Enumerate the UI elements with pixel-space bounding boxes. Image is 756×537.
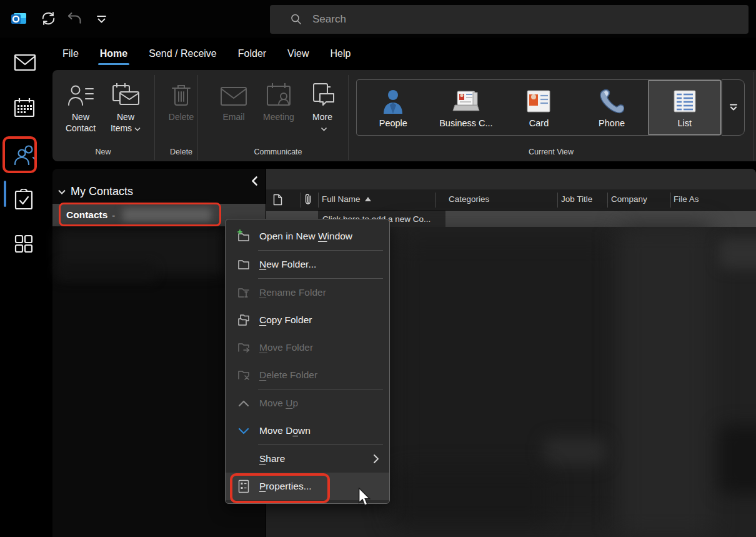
menu-item-open-in-new-window[interactable]: Open in New Window: [226, 223, 389, 250]
list-view-icon: [673, 86, 697, 117]
tab-file[interactable]: File: [62, 48, 79, 59]
column-header-job-title[interactable]: Job Title: [561, 194, 592, 204]
new-items-button[interactable]: New Items: [105, 75, 146, 148]
column-header-company[interactable]: Company: [611, 194, 647, 204]
undo-icon[interactable]: [66, 10, 83, 27]
current-view-gallery: People Business C...: [356, 79, 722, 136]
column-divider[interactable]: [607, 193, 608, 208]
folder-plus-icon: [236, 229, 252, 243]
title-bar: [0, 0, 756, 38]
sidebar-item-apps[interactable]: [14, 234, 34, 254]
send-receive-sync-icon[interactable]: [40, 10, 57, 27]
business-card-view-icon: [452, 86, 480, 117]
view-business-card[interactable]: Business C...: [430, 80, 503, 135]
list-pane-top-strip: [266, 169, 756, 189]
folder-delete-icon: [236, 368, 252, 382]
contacts-table-header: Full Name Categories Job Title Company F…: [266, 189, 756, 211]
my-contacts-group[interactable]: My Contacts: [57, 185, 133, 198]
ribbon-tab-bar: File Home Send / Receive Folder View Hel…: [49, 38, 756, 70]
view-people[interactable]: People: [357, 80, 430, 135]
menu-item-rename-folder[interactable]: Rename Folder: [226, 279, 389, 306]
menu-item-new-folder[interactable]: New Folder...: [226, 251, 389, 278]
chevron-down-icon: [236, 428, 252, 434]
column-header-categories[interactable]: Categories: [449, 194, 489, 204]
mouse-cursor: [357, 488, 371, 506]
redacted-contact-rows: [619, 225, 712, 537]
sidebar-active-indicator: [4, 181, 6, 207]
gallery-more-button[interactable]: [722, 79, 745, 136]
icon-column-header[interactable]: [273, 194, 282, 206]
quick-access-toolbar-chevron-icon[interactable]: [96, 14, 107, 24]
search-input[interactable]: [312, 13, 687, 26]
outlook-logo-icon: [10, 9, 27, 27]
column-divider[interactable]: [435, 193, 436, 208]
calendar-icon: [14, 98, 35, 118]
email-button[interactable]: Email: [214, 75, 254, 148]
more-communicate-button[interactable]: More: [304, 75, 341, 148]
apps-grid-icon: [14, 234, 34, 254]
my-contacts-label: My Contacts: [71, 185, 133, 198]
email-icon: [220, 75, 247, 106]
annotation-people-nav: [2, 136, 37, 173]
ribbon-group-current-view: Current View: [349, 148, 754, 156]
sidebar-item-mail[interactable]: [14, 54, 36, 71]
menu-item-copy-folder[interactable]: Copy Folder: [226, 306, 389, 334]
folder-icon: [236, 258, 252, 271]
tab-folder[interactable]: Folder: [238, 48, 266, 59]
clipboard-check-icon: [14, 189, 34, 210]
card-view-icon: [526, 86, 551, 117]
menu-item-share[interactable]: Share: [226, 445, 389, 473]
view-list[interactable]: List: [648, 80, 721, 135]
redacted-contact-rows: [544, 438, 606, 466]
column-divider[interactable]: [318, 193, 319, 208]
new-items-icon: [111, 75, 140, 106]
attachment-column-header[interactable]: [304, 193, 312, 206]
tab-home[interactable]: Home: [100, 48, 127, 59]
column-divider[interactable]: [301, 193, 301, 208]
column-header-full-name[interactable]: Full Name: [322, 194, 371, 204]
delete-button[interactable]: Delete: [161, 75, 201, 148]
app-sidebar: [0, 38, 49, 537]
trash-icon: [171, 75, 191, 106]
sidebar-item-tasks[interactable]: [14, 189, 34, 210]
tab-view[interactable]: View: [287, 48, 309, 59]
new-contact-button[interactable]: NewContact: [60, 75, 101, 148]
tab-send-receive[interactable]: Send / Receive: [149, 48, 217, 59]
chevron-up-icon: [236, 400, 252, 407]
view-phone[interactable]: Phone: [575, 80, 649, 135]
submenu-chevron-right-icon: [373, 454, 379, 464]
tab-help[interactable]: Help: [331, 48, 351, 59]
folder-move-icon: [236, 341, 252, 354]
search-bar[interactable]: [270, 5, 749, 34]
redacted-contact-rows: [719, 425, 756, 494]
chevron-down-icon: [57, 189, 66, 195]
folder-context-menu: Open in New Window New Folder... Rename …: [225, 219, 390, 504]
sidebar-item-calendar[interactable]: [14, 98, 35, 118]
ribbon-group-communicate: Communicate: [199, 148, 357, 156]
annotation-properties-item: [230, 473, 330, 503]
view-card[interactable]: Card: [502, 80, 575, 135]
meeting-button[interactable]: Meeting: [257, 75, 300, 148]
ribbon-right-edge: [754, 72, 754, 161]
column-header-file-as[interactable]: File As: [674, 194, 699, 204]
column-divider[interactable]: [670, 193, 671, 208]
column-divider[interactable]: [557, 193, 558, 208]
menu-item-move-up[interactable]: Move Up: [226, 389, 389, 417]
new-contact-icon: [67, 75, 94, 106]
folder-rename-icon: [236, 286, 252, 299]
people-view-icon: [382, 86, 404, 117]
folder-copy-icon: [236, 313, 252, 327]
annotation-contacts-folder: [59, 203, 221, 226]
meeting-icon: [266, 75, 292, 106]
search-icon: [290, 13, 302, 26]
menu-item-delete-folder[interactable]: Delete Folder: [226, 361, 389, 389]
redacted-folder-entry: [56, 263, 156, 281]
chevron-down-icon: [321, 127, 327, 131]
redacted-contact-rows: [719, 238, 756, 269]
journal-chat-icon: [310, 75, 335, 106]
collapse-folder-pane-button[interactable]: [250, 176, 259, 186]
phone-view-icon: [599, 86, 624, 117]
menu-item-move-down[interactable]: Move Down: [226, 417, 389, 444]
ribbon-group-new: New: [52, 148, 154, 156]
menu-item-move-folder[interactable]: Move Folder: [226, 334, 389, 361]
